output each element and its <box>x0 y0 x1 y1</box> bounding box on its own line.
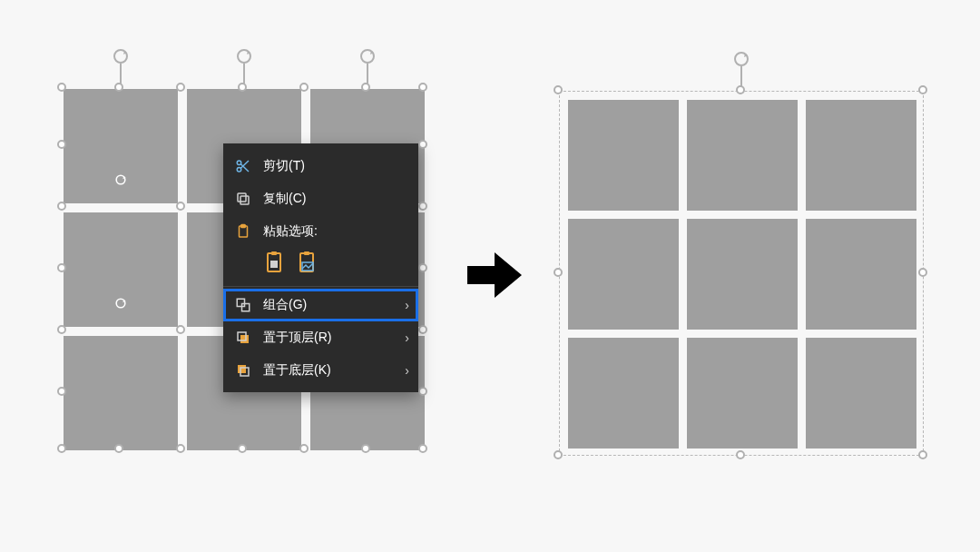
chevron-right-icon: › <box>405 330 409 345</box>
chevron-right-icon: › <box>405 363 409 378</box>
selection-handle[interactable] <box>418 387 427 396</box>
selection-handle[interactable] <box>361 83 370 92</box>
selection-handle[interactable] <box>176 325 185 334</box>
selection-handle[interactable] <box>554 85 563 94</box>
selection-handle[interactable] <box>114 83 123 92</box>
selection-handle[interactable] <box>238 444 247 453</box>
shape-cell <box>806 338 916 448</box>
selection-handle[interactable] <box>57 444 66 453</box>
menu-group-label: 组合(G) <box>263 297 307 313</box>
svg-rect-8 <box>238 193 246 202</box>
svg-rect-17 <box>237 299 244 306</box>
menu-separator <box>223 286 418 287</box>
svg-rect-21 <box>238 365 246 373</box>
rotate-handle[interactable] <box>235 47 253 65</box>
selection-handle[interactable] <box>736 85 745 94</box>
selection-handle[interactable] <box>361 444 370 453</box>
clipboard-icon <box>234 222 252 241</box>
rotate-handle[interactable] <box>358 47 377 65</box>
selection-handle[interactable] <box>554 268 563 277</box>
shape-cell[interactable] <box>64 336 178 450</box>
selection-handle[interactable] <box>114 444 123 453</box>
selection-handle[interactable] <box>299 444 309 453</box>
selection-handle[interactable] <box>57 325 66 334</box>
selection-handle[interactable] <box>238 83 247 92</box>
svg-rect-18 <box>242 304 250 311</box>
selection-handle[interactable] <box>736 450 745 459</box>
selection-handle[interactable] <box>57 387 66 396</box>
selection-handle[interactable] <box>918 268 927 277</box>
selection-handle[interactable] <box>418 325 427 334</box>
rotate-icon <box>113 296 128 310</box>
selection-handle[interactable] <box>418 140 427 149</box>
shape-cell <box>687 338 798 448</box>
rotate-icon <box>113 172 128 187</box>
shape-cell <box>568 338 679 448</box>
bring-front-icon <box>234 329 252 347</box>
selection-handle[interactable] <box>176 202 185 211</box>
menu-send-back[interactable]: 置于底层(K) › <box>223 354 418 387</box>
group-icon <box>234 296 252 314</box>
selection-handle[interactable] <box>554 450 563 459</box>
menu-group[interactable]: 组合(G) › <box>223 289 418 321</box>
svg-rect-7 <box>240 196 249 204</box>
selection-handle[interactable] <box>57 202 66 211</box>
menu-cut-label: 剪切(T) <box>263 158 305 174</box>
selection-handle[interactable] <box>418 263 427 272</box>
context-menu: 剪切(T) 复制(C) 粘贴选项: 组合(G) › 置于顶层(R) › <box>223 143 418 392</box>
shape-cell <box>806 100 916 211</box>
shape-cell <box>806 219 916 330</box>
svg-rect-10 <box>241 225 246 228</box>
menu-front-label: 置于顶层(R) <box>263 330 331 346</box>
menu-back-label: 置于底层(K) <box>263 362 331 379</box>
shape-cell <box>568 100 679 211</box>
selection-handle[interactable] <box>418 83 427 92</box>
paste-as-picture[interactable] <box>296 248 319 275</box>
svg-rect-9 <box>240 226 248 237</box>
chevron-right-icon: › <box>405 298 409 312</box>
selection-handle[interactable] <box>918 85 927 94</box>
rotate-handle[interactable] <box>732 50 750 68</box>
selection-handle[interactable] <box>418 444 427 453</box>
selection-handle[interactable] <box>57 83 66 92</box>
shape-cell <box>687 219 798 330</box>
menu-bring-front[interactable]: 置于顶层(R) › <box>223 321 418 354</box>
grouped-grid <box>568 100 916 448</box>
selection-handle[interactable] <box>418 202 427 211</box>
selection-handle[interactable] <box>176 83 185 92</box>
arrow-right-icon <box>463 243 526 310</box>
svg-rect-19 <box>240 335 249 343</box>
grouped-shape[interactable] <box>559 91 924 456</box>
selection-handle[interactable] <box>299 83 309 92</box>
selection-handle[interactable] <box>57 263 66 272</box>
send-back-icon <box>234 361 252 380</box>
menu-paste-title: 粘贴选项: <box>223 215 418 248</box>
shape-cell <box>568 219 679 330</box>
menu-copy-label: 复制(C) <box>263 191 306 207</box>
selection-handle[interactable] <box>176 444 185 453</box>
menu-paste-label: 粘贴选项: <box>263 223 318 240</box>
svg-point-5 <box>237 161 241 165</box>
menu-cut[interactable]: 剪切(T) <box>223 150 418 182</box>
selection-handle[interactable] <box>918 450 927 459</box>
paste-keep-source[interactable] <box>263 248 287 275</box>
svg-point-6 <box>237 168 241 172</box>
svg-rect-12 <box>271 251 277 255</box>
selection-handle[interactable] <box>57 140 66 149</box>
rotate-handle[interactable] <box>112 47 130 65</box>
scissors-icon <box>234 157 252 175</box>
svg-rect-13 <box>270 261 278 268</box>
menu-copy[interactable]: 复制(C) <box>223 182 418 215</box>
copy-icon <box>234 190 252 208</box>
paste-options-row <box>223 248 418 284</box>
svg-rect-15 <box>304 251 309 255</box>
shape-cell <box>687 100 798 211</box>
